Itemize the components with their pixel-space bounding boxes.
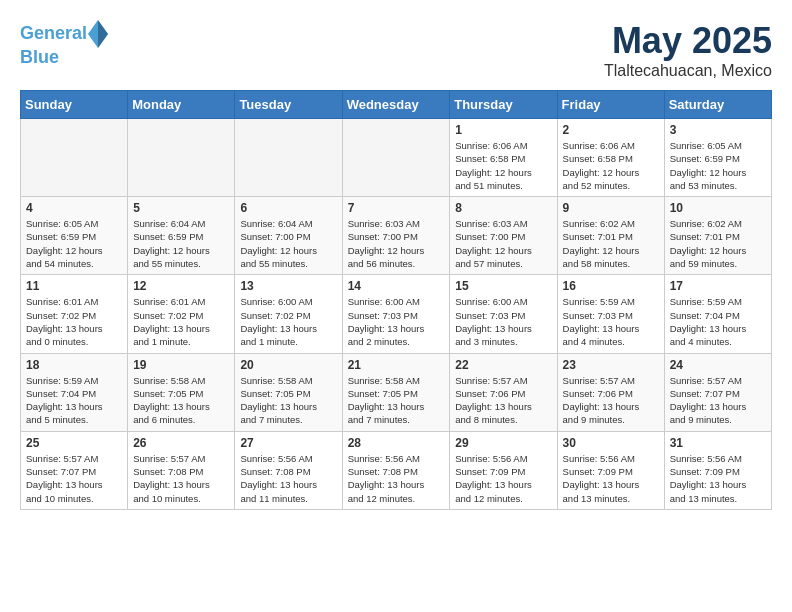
calendar-cell: 5Sunrise: 6:04 AM Sunset: 6:59 PM Daylig…	[128, 197, 235, 275]
month-title: May 2025	[604, 20, 772, 62]
day-number: 7	[348, 201, 445, 215]
day-info: Sunrise: 5:58 AM Sunset: 7:05 PM Dayligh…	[133, 374, 229, 427]
day-info: Sunrise: 6:03 AM Sunset: 7:00 PM Dayligh…	[348, 217, 445, 270]
day-info: Sunrise: 5:56 AM Sunset: 7:09 PM Dayligh…	[670, 452, 766, 505]
day-number: 16	[563, 279, 659, 293]
calendar-week-3: 11Sunrise: 6:01 AM Sunset: 7:02 PM Dayli…	[21, 275, 772, 353]
calendar-week-5: 25Sunrise: 5:57 AM Sunset: 7:07 PM Dayli…	[21, 431, 772, 509]
calendar-cell: 9Sunrise: 6:02 AM Sunset: 7:01 PM Daylig…	[557, 197, 664, 275]
calendar-cell: 3Sunrise: 6:05 AM Sunset: 6:59 PM Daylig…	[664, 119, 771, 197]
calendar-cell: 2Sunrise: 6:06 AM Sunset: 6:58 PM Daylig…	[557, 119, 664, 197]
day-info: Sunrise: 5:58 AM Sunset: 7:05 PM Dayligh…	[240, 374, 336, 427]
calendar-week-4: 18Sunrise: 5:59 AM Sunset: 7:04 PM Dayli…	[21, 353, 772, 431]
weekday-header-saturday: Saturday	[664, 91, 771, 119]
calendar-cell: 30Sunrise: 5:56 AM Sunset: 7:09 PM Dayli…	[557, 431, 664, 509]
day-number: 18	[26, 358, 122, 372]
day-number: 1	[455, 123, 551, 137]
day-info: Sunrise: 6:01 AM Sunset: 7:02 PM Dayligh…	[133, 295, 229, 348]
calendar-cell	[342, 119, 450, 197]
calendar-cell: 27Sunrise: 5:56 AM Sunset: 7:08 PM Dayli…	[235, 431, 342, 509]
day-info: Sunrise: 6:06 AM Sunset: 6:58 PM Dayligh…	[563, 139, 659, 192]
day-info: Sunrise: 6:05 AM Sunset: 6:59 PM Dayligh…	[26, 217, 122, 270]
day-info: Sunrise: 5:59 AM Sunset: 7:03 PM Dayligh…	[563, 295, 659, 348]
calendar-cell: 15Sunrise: 6:00 AM Sunset: 7:03 PM Dayli…	[450, 275, 557, 353]
weekday-header-monday: Monday	[128, 91, 235, 119]
calendar-cell: 8Sunrise: 6:03 AM Sunset: 7:00 PM Daylig…	[450, 197, 557, 275]
calendar-cell: 4Sunrise: 6:05 AM Sunset: 6:59 PM Daylig…	[21, 197, 128, 275]
day-info: Sunrise: 5:59 AM Sunset: 7:04 PM Dayligh…	[670, 295, 766, 348]
calendar-cell: 22Sunrise: 5:57 AM Sunset: 7:06 PM Dayli…	[450, 353, 557, 431]
calendar-cell: 31Sunrise: 5:56 AM Sunset: 7:09 PM Dayli…	[664, 431, 771, 509]
svg-marker-1	[98, 20, 108, 48]
day-number: 4	[26, 201, 122, 215]
calendar-cell: 28Sunrise: 5:56 AM Sunset: 7:08 PM Dayli…	[342, 431, 450, 509]
day-info: Sunrise: 5:56 AM Sunset: 7:08 PM Dayligh…	[348, 452, 445, 505]
day-number: 25	[26, 436, 122, 450]
calendar-cell: 20Sunrise: 5:58 AM Sunset: 7:05 PM Dayli…	[235, 353, 342, 431]
weekday-header-thursday: Thursday	[450, 91, 557, 119]
day-number: 29	[455, 436, 551, 450]
calendar-cell: 7Sunrise: 6:03 AM Sunset: 7:00 PM Daylig…	[342, 197, 450, 275]
calendar-cell: 19Sunrise: 5:58 AM Sunset: 7:05 PM Dayli…	[128, 353, 235, 431]
day-number: 22	[455, 358, 551, 372]
calendar-cell: 18Sunrise: 5:59 AM Sunset: 7:04 PM Dayli…	[21, 353, 128, 431]
day-info: Sunrise: 6:01 AM Sunset: 7:02 PM Dayligh…	[26, 295, 122, 348]
day-info: Sunrise: 5:58 AM Sunset: 7:05 PM Dayligh…	[348, 374, 445, 427]
calendar-cell: 13Sunrise: 6:00 AM Sunset: 7:02 PM Dayli…	[235, 275, 342, 353]
day-number: 20	[240, 358, 336, 372]
day-info: Sunrise: 6:02 AM Sunset: 7:01 PM Dayligh…	[670, 217, 766, 270]
day-number: 9	[563, 201, 659, 215]
day-number: 19	[133, 358, 229, 372]
day-info: Sunrise: 6:03 AM Sunset: 7:00 PM Dayligh…	[455, 217, 551, 270]
day-info: Sunrise: 6:00 AM Sunset: 7:02 PM Dayligh…	[240, 295, 336, 348]
calendar-cell: 25Sunrise: 5:57 AM Sunset: 7:07 PM Dayli…	[21, 431, 128, 509]
calendar-week-1: 1Sunrise: 6:06 AM Sunset: 6:58 PM Daylig…	[21, 119, 772, 197]
day-number: 10	[670, 201, 766, 215]
calendar-cell: 21Sunrise: 5:58 AM Sunset: 7:05 PM Dayli…	[342, 353, 450, 431]
day-number: 15	[455, 279, 551, 293]
day-number: 5	[133, 201, 229, 215]
day-number: 2	[563, 123, 659, 137]
calendar-cell: 24Sunrise: 5:57 AM Sunset: 7:07 PM Dayli…	[664, 353, 771, 431]
calendar-cell: 1Sunrise: 6:06 AM Sunset: 6:58 PM Daylig…	[450, 119, 557, 197]
day-info: Sunrise: 6:02 AM Sunset: 7:01 PM Dayligh…	[563, 217, 659, 270]
logo-text: General Blue	[20, 20, 109, 68]
day-number: 14	[348, 279, 445, 293]
weekday-header-row: SundayMondayTuesdayWednesdayThursdayFrid…	[21, 91, 772, 119]
day-info: Sunrise: 5:57 AM Sunset: 7:08 PM Dayligh…	[133, 452, 229, 505]
calendar-cell: 11Sunrise: 6:01 AM Sunset: 7:02 PM Dayli…	[21, 275, 128, 353]
day-number: 23	[563, 358, 659, 372]
weekday-header-tuesday: Tuesday	[235, 91, 342, 119]
day-info: Sunrise: 6:04 AM Sunset: 7:00 PM Dayligh…	[240, 217, 336, 270]
day-number: 6	[240, 201, 336, 215]
calendar-cell: 14Sunrise: 6:00 AM Sunset: 7:03 PM Dayli…	[342, 275, 450, 353]
day-number: 31	[670, 436, 766, 450]
day-number: 13	[240, 279, 336, 293]
calendar-cell: 29Sunrise: 5:56 AM Sunset: 7:09 PM Dayli…	[450, 431, 557, 509]
day-number: 17	[670, 279, 766, 293]
day-info: Sunrise: 5:57 AM Sunset: 7:07 PM Dayligh…	[26, 452, 122, 505]
page-header: General Blue May 2025 Tlaltecahuacan, Me…	[20, 20, 772, 80]
calendar-cell: 23Sunrise: 5:57 AM Sunset: 7:06 PM Dayli…	[557, 353, 664, 431]
day-info: Sunrise: 5:57 AM Sunset: 7:06 PM Dayligh…	[455, 374, 551, 427]
calendar-table: SundayMondayTuesdayWednesdayThursdayFrid…	[20, 90, 772, 510]
day-info: Sunrise: 6:00 AM Sunset: 7:03 PM Dayligh…	[455, 295, 551, 348]
day-number: 11	[26, 279, 122, 293]
day-number: 3	[670, 123, 766, 137]
calendar-cell	[235, 119, 342, 197]
day-number: 12	[133, 279, 229, 293]
calendar-cell: 17Sunrise: 5:59 AM Sunset: 7:04 PM Dayli…	[664, 275, 771, 353]
calendar-cell: 26Sunrise: 5:57 AM Sunset: 7:08 PM Dayli…	[128, 431, 235, 509]
weekday-header-wednesday: Wednesday	[342, 91, 450, 119]
logo: General Blue	[20, 20, 109, 68]
day-number: 21	[348, 358, 445, 372]
day-number: 27	[240, 436, 336, 450]
day-info: Sunrise: 6:05 AM Sunset: 6:59 PM Dayligh…	[670, 139, 766, 192]
day-number: 24	[670, 358, 766, 372]
day-info: Sunrise: 5:57 AM Sunset: 7:07 PM Dayligh…	[670, 374, 766, 427]
calendar-cell: 6Sunrise: 6:04 AM Sunset: 7:00 PM Daylig…	[235, 197, 342, 275]
day-info: Sunrise: 5:57 AM Sunset: 7:06 PM Dayligh…	[563, 374, 659, 427]
day-info: Sunrise: 5:56 AM Sunset: 7:09 PM Dayligh…	[563, 452, 659, 505]
calendar-week-2: 4Sunrise: 6:05 AM Sunset: 6:59 PM Daylig…	[21, 197, 772, 275]
calendar-cell: 16Sunrise: 5:59 AM Sunset: 7:03 PM Dayli…	[557, 275, 664, 353]
